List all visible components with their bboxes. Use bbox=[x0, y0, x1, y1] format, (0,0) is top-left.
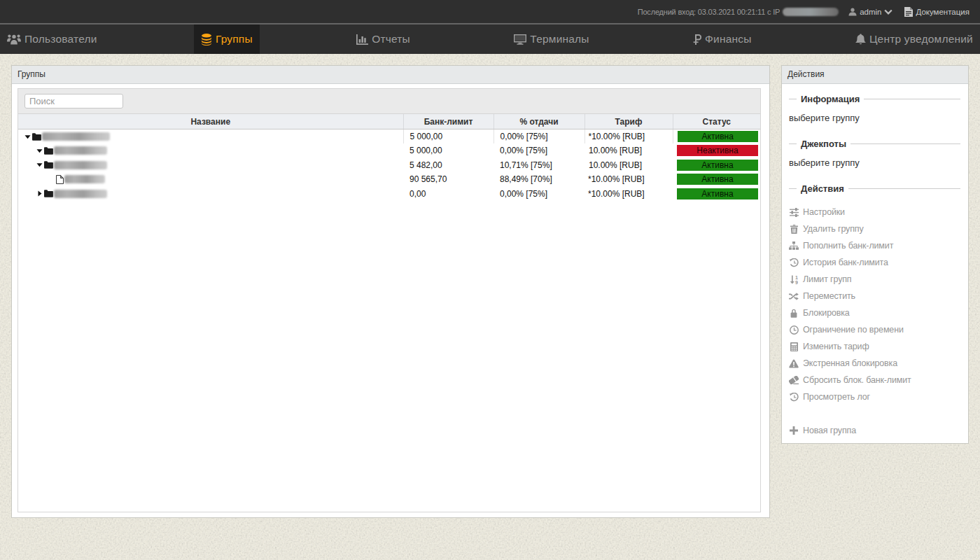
svg-text:9: 9 bbox=[795, 279, 798, 284]
svg-text:1: 1 bbox=[795, 275, 798, 280]
